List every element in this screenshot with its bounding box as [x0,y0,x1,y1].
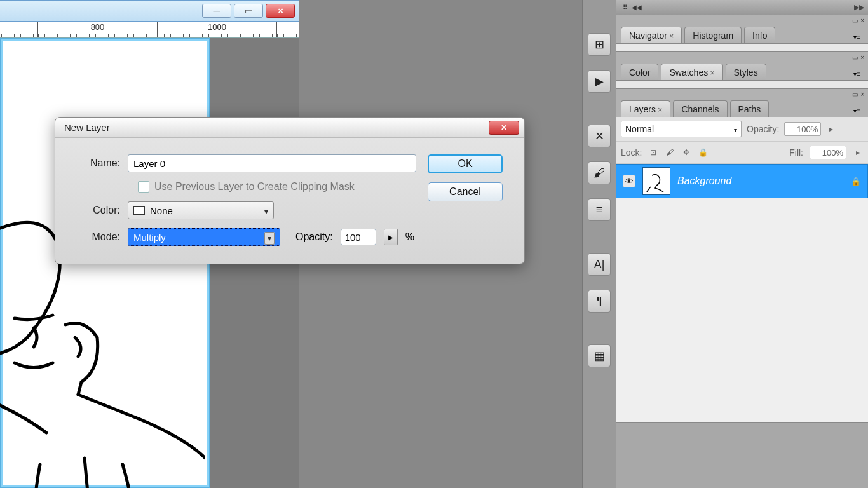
maximize-button[interactable] [234,4,263,18]
collapse-left-icon[interactable]: ◀◀ [632,3,642,12]
cancel-button[interactable]: Cancel [428,182,503,201]
blend-mode-value: Normal [625,124,654,134]
lock-transparency-icon[interactable]: ⊡ [648,147,658,158]
color-label: Color: [77,205,120,216]
mode-label: Mode: [77,231,120,243]
layers-panel-body: Normal Opacity: 100% ▸ Lock: ⊡ 🖌 ✥ 🔒 Fil… [616,117,868,422]
panel-header-bar[interactable]: ⠿◀◀ ▶▶ [616,0,868,15]
blend-mode-select[interactable]: Multiply [128,228,280,246]
horizontal-ruler[interactable]: 600 800 1000 1200 14 [0,22,299,38]
mode-value: Multiply [133,232,166,243]
panel-close-icon[interactable]: × [860,17,864,24]
panel-minimize-icon[interactable]: ▭ [852,91,858,98]
lock-icon [851,175,861,187]
layers-dock-icon[interactable]: ≡ [588,198,611,221]
close-button[interactable] [266,4,295,18]
brushes-dock-icon[interactable]: 🖌 [588,161,611,184]
panel-menu-icon[interactable]: ▾≡ [851,31,863,43]
minimize-button[interactable] [202,4,231,18]
panel-menu-icon[interactable]: ▾≡ [851,105,863,117]
window-buttons [202,4,295,18]
character-dock-icon[interactable]: A| [588,253,611,276]
ruler-tick: 600 [0,22,37,37]
navigator-panel-group: ▭× Navigator Histogram Info ▾≡ [616,15,868,52]
dialog-title: New Layer [64,122,110,133]
name-label: Name: [77,158,120,169]
panel-minimize-icon[interactable]: ▭ [852,17,858,24]
tools-dock-icon[interactable]: ✕ [588,125,611,147]
layer-row-background[interactable]: Background [616,164,868,198]
color-swatch-icon [133,206,145,215]
layers-panel-group: ▭× Layers Channels Paths ▾≡ Normal Opaci… [616,89,868,423]
right-panel-area: ⊞ ▶ ✕ 🖌 ≡ A| ¶ ▦ ⠿◀◀ ▶▶ ▭× Navigator His… [582,0,868,488]
ruler-tick: 1200 [276,22,299,37]
opacity-stepper[interactable] [384,229,398,245]
new-layer-dialog: New Layer Name: Use Previous Layer to Cr… [55,117,525,264]
ruler-tick: 1000 [157,22,276,37]
paragraph-dock-icon[interactable]: ¶ [588,290,611,313]
actions-dock-icon[interactable]: ▦ [588,344,611,367]
flyout-icon[interactable]: ▸ [826,124,836,134]
layer-thumbnail[interactable] [643,168,670,194]
blend-mode-combo[interactable]: Normal [621,121,742,137]
opacity-input[interactable] [341,229,376,245]
color-dock-icon[interactable]: ▶ [588,70,611,93]
chevron-down-icon [264,205,268,216]
grip-icon: ⠿ [620,3,630,12]
lock-all-icon[interactable]: 🔒 [698,147,708,158]
tab-paths[interactable]: Paths [730,100,770,117]
lock-label: Lock: [621,147,642,158]
layer-name-input[interactable] [128,154,416,172]
panel-close-icon[interactable]: × [860,54,864,61]
panel-close-icon[interactable]: × [860,91,864,98]
ruler-tick: 800 [37,22,157,37]
dialog-titlebar[interactable]: New Layer [55,118,524,138]
panel-dock: ⊞ ▶ ✕ 🖌 ≡ A| ¶ ▦ [582,0,616,488]
document-titlebar[interactable]: /8) [0,0,299,22]
visibility-toggle[interactable] [623,175,635,187]
color-panel-group: ▭× Color Swatches Styles ▾≡ [616,52,868,89]
layer-fill-field[interactable]: 100% [810,146,846,159]
layer-opacity-field[interactable]: 100% [784,122,821,136]
tab-histogram[interactable]: Histogram [684,27,742,43]
color-select[interactable]: None [128,201,274,219]
tab-color[interactable]: Color [621,64,658,80]
panel-stack: ⠿◀◀ ▶▶ ▭× Navigator Histogram Info ▾≡ ▭×… [616,0,868,488]
chevron-down-icon [264,232,275,243]
opacity-label: Opacity: [295,231,333,243]
tab-styles[interactable]: Styles [726,64,766,80]
ok-button[interactable]: OK [428,154,503,173]
panel-menu-icon[interactable]: ▾≡ [851,68,863,80]
tab-swatches[interactable]: Swatches [661,64,722,80]
clipping-mask-label: Use Previous Layer to Create Clipping Ma… [154,181,355,193]
color-value: None [150,205,173,216]
navigator-dock-icon[interactable]: ⊞ [588,33,611,56]
lock-brush-icon[interactable]: 🖌 [665,147,675,158]
chevron-down-icon [734,124,737,134]
tab-navigator[interactable]: Navigator [621,27,682,43]
lock-move-icon[interactable]: ✥ [681,147,691,158]
clipping-mask-checkbox[interactable] [138,181,149,193]
tab-info[interactable]: Info [744,27,775,43]
tab-layers[interactable]: Layers [621,100,670,117]
flyout-icon[interactable]: ▸ [853,147,863,158]
opacity-label: Opacity: [747,124,779,134]
panel-minimize-icon[interactable]: ▭ [852,54,858,61]
tab-channels[interactable]: Channels [673,100,727,117]
dialog-close-button[interactable] [489,121,519,135]
percent-label: % [405,231,414,243]
layer-name: Background [677,175,843,187]
fill-label: Fill: [789,147,803,158]
expand-right-icon[interactable]: ▶▶ [854,3,864,11]
